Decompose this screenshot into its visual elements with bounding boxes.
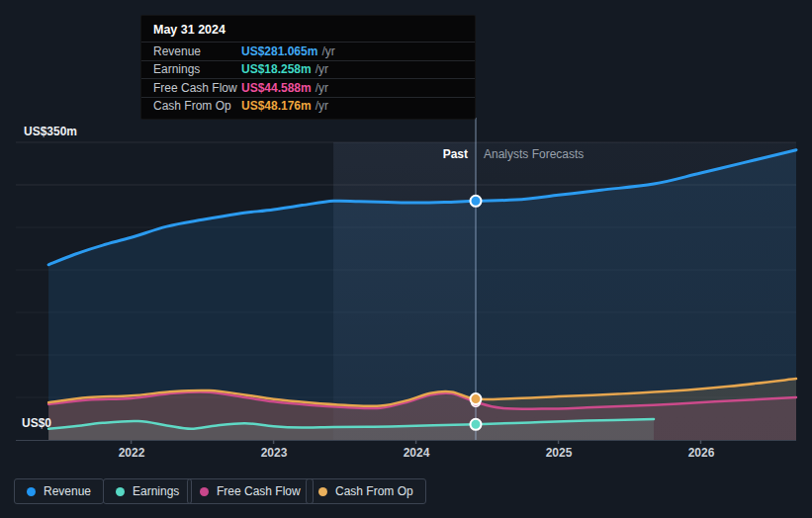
tooltip-value: US$48.176m [241, 99, 312, 113]
tooltip-label: Earnings [153, 62, 241, 76]
legend-label: Free Cash Flow [217, 484, 301, 498]
tooltip-unit: /yr [321, 44, 334, 58]
legend-item-cash-from-op[interactable]: Cash From Op [306, 478, 426, 504]
free-cash-flow-swatch-icon [200, 487, 209, 496]
cash-from-op-hover-dot [471, 393, 482, 404]
legend-label: Earnings [133, 484, 179, 498]
earnings-revenue-growth-chart: May 31 2024 Revenue US$281.065m /yr Earn… [0, 0, 812, 518]
tooltip-row-cash-from-op: Cash From Op US$48.176m /yr [141, 97, 475, 116]
tooltip-row-revenue: Revenue US$281.065m /yr [141, 42, 475, 60]
tooltip-row-free-cash-flow: Free Cash Flow US$44.588m /yr [141, 78, 475, 97]
tooltip-unit: /yr [316, 99, 328, 113]
tooltip-row-earnings: Earnings US$18.258m /yr [141, 60, 475, 79]
cash-from-op-swatch-icon [318, 487, 327, 496]
revenue-swatch-icon [27, 487, 36, 496]
tooltip-value: US$44.588m [241, 81, 312, 95]
tooltip-label: Free Cash Flow [153, 81, 241, 95]
y-axis-max-label: US$350m [24, 125, 77, 138]
tooltip-unit: /yr [316, 62, 328, 76]
forecast-region-label: Analysts Forecasts [484, 147, 584, 161]
x-tick-2022: 2022 [119, 446, 145, 460]
legend: Revenue Earnings Free Cash Flow Cash Fro… [0, 478, 812, 504]
tooltip-label: Cash From Op [153, 99, 241, 113]
legend-item-free-cash-flow[interactable]: Free Cash Flow [187, 478, 314, 504]
y-axis-zero-label: US$0 [22, 416, 51, 430]
legend-label: Cash From Op [335, 484, 413, 498]
tooltip-date: May 31 2024 [141, 16, 475, 42]
tooltip-value: US$18.258m [241, 62, 312, 76]
x-tick-2023: 2023 [261, 446, 288, 460]
tooltip-label: Revenue [153, 44, 241, 58]
legend-item-revenue[interactable]: Revenue [14, 478, 104, 504]
earnings-hover-dot [471, 419, 482, 430]
tooltip-unit: /yr [316, 81, 328, 95]
tooltip-value: US$281.065m [241, 44, 317, 58]
chart-tooltip: May 31 2024 Revenue US$281.065m /yr Earn… [140, 15, 476, 120]
x-tick-2025: 2025 [546, 446, 573, 460]
x-tick-2026: 2026 [688, 446, 715, 460]
x-tick-2024: 2024 [404, 446, 430, 460]
legend-item-earnings[interactable]: Earnings [103, 478, 192, 504]
past-region-label: Past [443, 147, 468, 161]
legend-label: Revenue [44, 484, 91, 498]
earnings-swatch-icon [116, 487, 125, 496]
revenue-hover-dot [471, 196, 482, 207]
